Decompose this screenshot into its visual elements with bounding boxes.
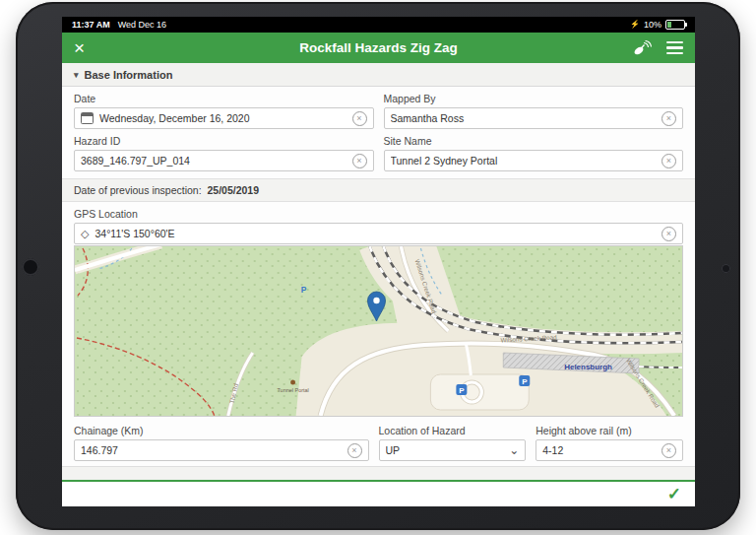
date-field-group: Date Wednesday, December 16, 2020 × [74,92,374,129]
hazard-location-select[interactable]: UP ⌄ [379,439,527,461]
height-above-rail-value: 4-12 [542,444,662,456]
gps-label: GPS Location [74,209,683,220]
gps-satellite-icon[interactable] [631,40,653,56]
date-input[interactable]: Wednesday, December 16, 2020 × [74,107,374,129]
footer-bar: ✓ [62,480,695,506]
site-name-input[interactable]: Tunnel 2 Sydney Portal × [384,150,684,171]
clear-icon[interactable]: × [662,111,676,126]
chainage-field-group: Chainage (Km) 146.797 × [74,424,369,461]
previous-inspection-value: 25/05/2019 [208,184,260,196]
chainage-label: Chainage (Km) [74,426,369,436]
site-name-label: Site Name [384,136,684,147]
hazard-id-input[interactable]: 3689_146.797_UP_014 × [74,150,374,171]
charging-bolt-icon: ⚡ [630,21,640,29]
content-filler [62,466,695,480]
page-title: Rockfall Hazards Zig Zag [62,40,695,55]
hazard-location-value: UP [386,444,510,456]
clear-icon[interactable]: × [662,154,676,168]
parking-icon: P [456,384,467,395]
mapped-by-field-group: Mapped By Samantha Ross × [384,92,684,129]
front-camera-icon [22,258,39,276]
diamond-icon: ◇ [81,228,89,240]
tunnel-portal-icon [290,380,295,385]
clear-icon[interactable]: × [352,154,367,168]
chainage-value: 146.797 [81,444,347,456]
form: Date Wednesday, December 16, 2020 × Mapp… [62,87,695,466]
navbar: × Rockfall Hazards Zig Zag [62,33,695,63]
hazard-location-label: Location of Hazard [379,426,527,436]
chainage-input[interactable]: 146.797 × [74,439,369,461]
site-name-field-group: Site Name Tunnel 2 Sydney Portal × [384,134,684,171]
section-title: Base Information [85,69,173,81]
height-above-rail-field-group: Height above rail (m) 4-12 × [536,424,683,461]
ipad-frame: 11:37 AM Wed Dec 16 ⚡ 10% × Rockfall Haz… [16,2,740,530]
section-header-base-information[interactable]: ▾ Base Information [62,63,695,87]
hazard-location-field-group: Location of Hazard UP ⌄ [379,424,527,461]
clear-icon[interactable]: × [352,111,367,126]
tunnel-portal-label: Tunnel Portal [277,387,308,393]
status-date: Wed Dec 16 [118,20,166,30]
date-label: Date [74,94,374,104]
hamburger-menu-icon[interactable] [666,41,683,54]
hazard-id-value: 3689_146.797_UP_014 [81,155,352,167]
parking-icon: P [519,375,530,386]
submit-check-icon[interactable]: ✓ [667,486,681,502]
calendar-icon [81,112,94,124]
site-name-value: Tunnel 2 Sydney Portal [391,155,662,167]
collapse-arrow-icon: ▾ [74,70,79,80]
gps-input[interactable]: ◇ 34°11'S 150°60'E × [74,223,683,244]
gps-map[interactable]: P P P Tunnel Portal Wilsons Creek Road W… [74,245,683,417]
mapped-by-value: Samantha Ross [391,112,662,124]
side-sensor-icon [722,264,730,273]
hazard-id-field-group: Hazard ID 3689_146.797_UP_014 × [74,134,374,171]
parking-letter: P [301,285,307,295]
battery-icon [665,20,685,30]
clear-icon[interactable]: × [662,443,676,458]
town-label: Helensburgh [564,363,612,371]
previous-inspection-label: Date of previous inspection: [74,184,202,196]
battery-percent: 10% [644,20,662,30]
clear-icon[interactable]: × [347,443,362,458]
svg-text:P: P [459,386,465,395]
height-above-rail-input[interactable]: 4-12 × [536,439,683,461]
chevron-down-icon: ⌄ [509,445,519,455]
gps-value: 34°11'S 150°60'E [94,228,662,239]
hazard-id-label: Hazard ID [74,136,374,147]
close-icon[interactable]: × [74,38,85,57]
gps-field-group: GPS Location ◇ 34°11'S 150°60'E × [74,209,683,244]
clear-icon[interactable]: × [662,227,676,241]
svg-text:P: P [522,377,528,386]
status-bar: 11:37 AM Wed Dec 16 ⚡ 10% [62,17,695,33]
date-value: Wednesday, December 16, 2020 [99,112,352,124]
mapped-by-input[interactable]: Samantha Ross × [384,107,684,129]
previous-inspection-note: Date of previous inspection: 25/05/2019 [62,178,695,202]
mapped-by-label: Mapped By [384,94,684,104]
status-time: 11:37 AM [72,20,110,30]
height-above-rail-label: Height above rail (m) [536,426,683,436]
app-screen: 11:37 AM Wed Dec 16 ⚡ 10% × Rockfall Haz… [62,17,695,506]
